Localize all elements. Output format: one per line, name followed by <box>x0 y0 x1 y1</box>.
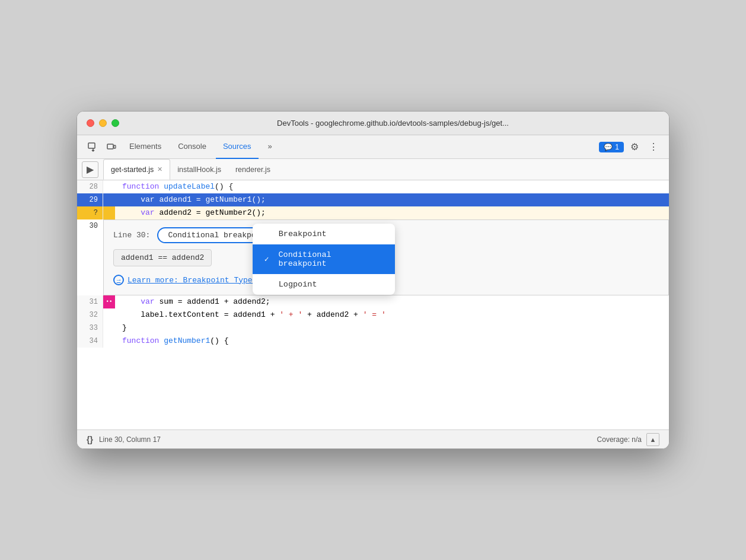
file-tab-installhook[interactable]: installHook.js <box>170 159 228 180</box>
breakpoint-type-dropdown: Breakpoint ✓ Conditional breakpoint Logp… <box>253 224 395 295</box>
line-gutter-29[interactable] <box>103 193 115 206</box>
code-line-30: ? 30 var addend2 = getNumber2(); <box>77 206 669 219</box>
svg-rect-0 <box>88 143 95 148</box>
file-tab-renderer[interactable]: renderer.js <box>228 159 278 180</box>
code-editor: 28 function updateLabel() { 29 var adden… <box>77 180 669 429</box>
learn-more-icon: → <box>113 275 124 285</box>
tab-elements[interactable]: Elements <box>122 135 168 159</box>
title-bar: DevTools - googlechrome.github.io/devtoo… <box>77 112 669 135</box>
close-button[interactable] <box>87 119 94 127</box>
line-gutter-34[interactable] <box>103 335 115 348</box>
window-title: DevTools - googlechrome.github.io/devtoo… <box>126 119 659 128</box>
breakpoint-popup: Line 30: Conditional breakpoint ▾ Breakp… <box>103 219 669 295</box>
device-toolbar-icon[interactable] <box>103 139 120 155</box>
line-number-34: 34 <box>77 335 103 348</box>
maximize-button[interactable] <box>111 119 119 127</box>
devtools-tab-bar: Elements Console Sources » 💬 1 ⚙ ⋮ <box>77 135 669 159</box>
dropdown-item-conditional[interactable]: ✓ Conditional breakpoint <box>253 244 395 274</box>
tab-sources[interactable]: Sources <box>216 135 259 159</box>
coverage-toggle-icon[interactable]: ▲ <box>646 433 659 446</box>
more-options-icon[interactable]: ⋮ <box>645 139 662 155</box>
breakpoint-type-row: Line 30: Conditional breakpoint ▾ Breakp… <box>113 227 659 243</box>
code-line-28: 28 function updateLabel() { <box>77 180 669 193</box>
tab-more[interactable]: » <box>261 135 279 159</box>
cursor-position: Line 30, Column 17 <box>99 435 161 444</box>
line-content-34: function getNumber1() { <box>115 335 669 348</box>
code-line-33: 33 } <box>77 322 669 335</box>
settings-icon[interactable]: ⚙ <box>626 139 643 155</box>
line-content-29: var addend1 = getNumber1(); <box>115 193 669 206</box>
dropdown-item-breakpoint[interactable]: Breakpoint <box>253 224 395 244</box>
line-gutter-33[interactable] <box>103 322 115 335</box>
breakpoint-condition-input[interactable]: addend1 == addend2 <box>113 249 212 266</box>
line-number-30: ? 30 <box>77 206 103 219</box>
line-number-28: 28 <box>77 180 103 193</box>
tab-console[interactable]: Console <box>171 135 213 159</box>
line-content-31: var sum = addend1 + addend2; <box>115 295 669 308</box>
line-number-33: 33 <box>77 322 103 335</box>
traffic-lights <box>87 119 119 127</box>
devtools-window: DevTools - googlechrome.github.io/devtoo… <box>76 111 670 449</box>
line-content-28: function updateLabel() { <box>115 180 669 193</box>
format-code-btn[interactable]: {} <box>87 435 93 444</box>
code-line-29: 29 var addend1 = getNumber1(); <box>77 193 669 206</box>
dropdown-item-logpoint[interactable]: Logpoint <box>253 274 395 295</box>
file-tab-get-started[interactable]: get-started.js ✕ <box>103 159 170 180</box>
line-content-30: var addend2 = getNumber2(); <box>115 206 669 219</box>
close-file-tab-icon[interactable]: ✕ <box>157 166 162 173</box>
line-content-33: } <box>115 322 669 335</box>
file-tab-bar: ▶ get-started.js ✕ installHook.js render… <box>77 159 669 180</box>
line-number-29: 29 <box>77 193 103 206</box>
devtools-actions: 💬 1 ⚙ ⋮ <box>599 139 662 155</box>
navigator-toggle-icon[interactable]: ▶ <box>82 161 98 178</box>
line-gutter-28[interactable] <box>103 180 115 193</box>
svg-rect-1 <box>107 144 113 149</box>
status-bar: {} Line 30, Column 17 Coverage: n/a ▲ <box>77 429 669 448</box>
minimize-button[interactable] <box>99 119 107 127</box>
line-gutter-32[interactable] <box>103 308 115 322</box>
code-line-31: 31 •• var sum = addend1 + addend2; <box>77 295 669 308</box>
svg-rect-2 <box>114 145 116 148</box>
breakpoint-line-label: Line 30: <box>113 231 150 240</box>
notifications-badge[interactable]: 💬 1 <box>599 142 624 152</box>
inspect-element-icon[interactable] <box>84 139 101 155</box>
code-line-32: 32 label.textContent = addend1 + ' + ' +… <box>77 308 669 322</box>
breakpoint-type-select[interactable]: Conditional breakpoint ▾ Breakpoint ✓ Co… <box>157 227 289 243</box>
line-number-32: 32 <box>77 308 103 322</box>
code-line-34: 34 function getNumber1() { <box>77 335 669 348</box>
line-gutter-31[interactable]: •• <box>103 295 115 308</box>
line-content-32: label.textContent = addend1 + ' + ' + ad… <box>115 308 669 322</box>
coverage-info: Coverage: n/a <box>597 435 642 444</box>
line-gutter-30[interactable] <box>103 206 115 219</box>
line-number-31: 31 <box>77 295 103 308</box>
